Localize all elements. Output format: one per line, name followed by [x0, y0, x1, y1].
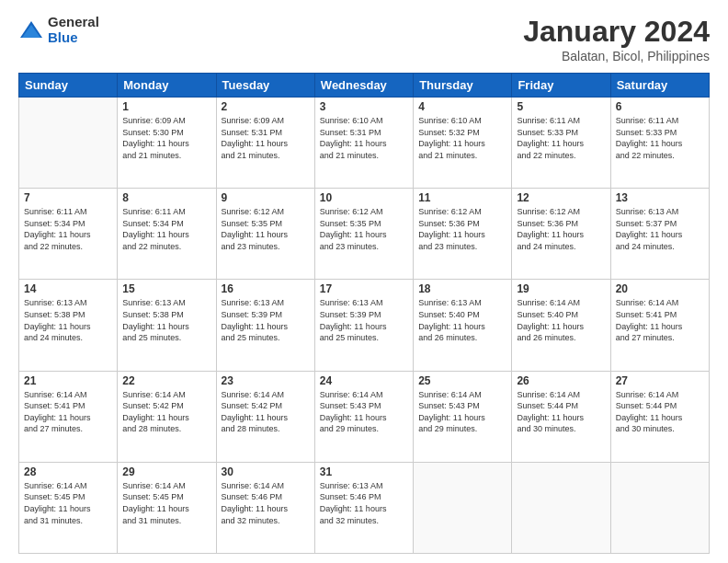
- day-number: 24: [320, 374, 408, 387]
- calendar-day-header-tuesday: Tuesday: [216, 74, 314, 98]
- calendar-cell: 4Sunrise: 6:10 AM Sunset: 5:32 PM Daylig…: [414, 98, 512, 189]
- day-info: Sunrise: 6:11 AM Sunset: 5:33 PM Dayligh…: [517, 115, 605, 161]
- calendar-header-row: SundayMondayTuesdayWednesdayThursdayFrid…: [19, 74, 710, 98]
- day-info: Sunrise: 6:12 AM Sunset: 5:35 PM Dayligh…: [320, 206, 408, 252]
- calendar-cell: 12Sunrise: 6:12 AM Sunset: 5:36 PM Dayli…: [512, 189, 610, 280]
- day-info: Sunrise: 6:10 AM Sunset: 5:32 PM Dayligh…: [418, 115, 506, 161]
- calendar-cell: 30Sunrise: 6:14 AM Sunset: 5:46 PM Dayli…: [216, 462, 314, 553]
- day-info: Sunrise: 6:14 AM Sunset: 5:42 PM Dayligh…: [122, 389, 210, 435]
- calendar-cell: [19, 98, 118, 189]
- day-info: Sunrise: 6:09 AM Sunset: 5:31 PM Dayligh…: [222, 115, 310, 161]
- calendar-cell: [414, 462, 512, 553]
- day-info: Sunrise: 6:14 AM Sunset: 5:43 PM Dayligh…: [418, 389, 506, 435]
- day-info: Sunrise: 6:14 AM Sunset: 5:45 PM Dayligh…: [24, 480, 112, 526]
- calendar-cell: 10Sunrise: 6:12 AM Sunset: 5:35 PM Dayli…: [314, 189, 413, 280]
- calendar-table: SundayMondayTuesdayWednesdayThursdayFrid…: [18, 73, 710, 554]
- logo: General Blue: [18, 15, 99, 45]
- calendar-cell: 8Sunrise: 6:11 AM Sunset: 5:34 PM Daylig…: [118, 189, 216, 280]
- day-number: 29: [122, 465, 210, 478]
- day-info: Sunrise: 6:14 AM Sunset: 5:41 PM Dayligh…: [24, 389, 112, 435]
- day-number: 3: [320, 100, 408, 113]
- subtitle: Balatan, Bicol, Philippines: [523, 49, 710, 63]
- calendar-cell: 9Sunrise: 6:12 AM Sunset: 5:35 PM Daylig…: [216, 189, 314, 280]
- day-number: 5: [517, 100, 605, 113]
- day-number: 13: [616, 191, 704, 204]
- day-info: Sunrise: 6:12 AM Sunset: 5:35 PM Dayligh…: [222, 206, 310, 252]
- day-info: Sunrise: 6:13 AM Sunset: 5:38 PM Dayligh…: [24, 297, 112, 343]
- calendar-cell: 7Sunrise: 6:11 AM Sunset: 5:34 PM Daylig…: [19, 189, 118, 280]
- day-number: 9: [222, 191, 310, 204]
- calendar-day-header-friday: Friday: [512, 74, 610, 98]
- calendar-day-header-wednesday: Wednesday: [314, 74, 413, 98]
- day-info: Sunrise: 6:09 AM Sunset: 5:30 PM Dayligh…: [122, 115, 210, 161]
- calendar-day-header-thursday: Thursday: [414, 74, 512, 98]
- day-number: 23: [222, 374, 310, 387]
- day-info: Sunrise: 6:10 AM Sunset: 5:31 PM Dayligh…: [320, 115, 408, 161]
- day-number: 17: [320, 282, 408, 295]
- day-number: 18: [418, 282, 506, 295]
- day-info: Sunrise: 6:13 AM Sunset: 5:38 PM Dayligh…: [122, 297, 210, 343]
- calendar-cell: 17Sunrise: 6:13 AM Sunset: 5:39 PM Dayli…: [314, 280, 413, 371]
- day-info: Sunrise: 6:12 AM Sunset: 5:36 PM Dayligh…: [517, 206, 605, 252]
- day-number: 20: [616, 282, 704, 295]
- calendar-cell: 18Sunrise: 6:13 AM Sunset: 5:40 PM Dayli…: [414, 280, 512, 371]
- calendar-cell: 24Sunrise: 6:14 AM Sunset: 5:43 PM Dayli…: [314, 371, 413, 462]
- calendar-cell: 31Sunrise: 6:13 AM Sunset: 5:46 PM Dayli…: [314, 462, 413, 553]
- day-number: 31: [320, 465, 408, 478]
- calendar-cell: [610, 462, 709, 553]
- calendar-day-header-monday: Monday: [118, 74, 216, 98]
- day-number: 15: [122, 282, 210, 295]
- day-number: 30: [222, 465, 310, 478]
- day-number: 10: [320, 191, 408, 204]
- day-number: 21: [24, 374, 112, 387]
- day-info: Sunrise: 6:13 AM Sunset: 5:46 PM Dayligh…: [320, 480, 408, 526]
- day-info: Sunrise: 6:11 AM Sunset: 5:34 PM Dayligh…: [24, 206, 112, 252]
- title-block: January 2024 Balatan, Bicol, Philippines: [523, 15, 710, 63]
- calendar-week-row: 1Sunrise: 6:09 AM Sunset: 5:30 PM Daylig…: [19, 98, 710, 189]
- day-number: 2: [222, 100, 310, 113]
- calendar-cell: 3Sunrise: 6:10 AM Sunset: 5:31 PM Daylig…: [314, 98, 413, 189]
- calendar-week-row: 28Sunrise: 6:14 AM Sunset: 5:45 PM Dayli…: [19, 462, 710, 553]
- calendar-cell: 5Sunrise: 6:11 AM Sunset: 5:33 PM Daylig…: [512, 98, 610, 189]
- calendar-cell: 23Sunrise: 6:14 AM Sunset: 5:42 PM Dayli…: [216, 371, 314, 462]
- logo-blue: Blue: [48, 30, 99, 46]
- day-info: Sunrise: 6:14 AM Sunset: 5:44 PM Dayligh…: [616, 389, 704, 435]
- day-number: 27: [616, 374, 704, 387]
- calendar-cell: 25Sunrise: 6:14 AM Sunset: 5:43 PM Dayli…: [414, 371, 512, 462]
- calendar-day-header-saturday: Saturday: [610, 74, 709, 98]
- day-number: 19: [517, 282, 605, 295]
- calendar-cell: 20Sunrise: 6:14 AM Sunset: 5:41 PM Dayli…: [610, 280, 709, 371]
- calendar-cell: 16Sunrise: 6:13 AM Sunset: 5:39 PM Dayli…: [216, 280, 314, 371]
- calendar-cell: 27Sunrise: 6:14 AM Sunset: 5:44 PM Dayli…: [610, 371, 709, 462]
- logo-icon: [18, 17, 44, 43]
- calendar-cell: 13Sunrise: 6:13 AM Sunset: 5:37 PM Dayli…: [610, 189, 709, 280]
- calendar-cell: 19Sunrise: 6:14 AM Sunset: 5:40 PM Dayli…: [512, 280, 610, 371]
- calendar-cell: 15Sunrise: 6:13 AM Sunset: 5:38 PM Dayli…: [118, 280, 216, 371]
- day-info: Sunrise: 6:14 AM Sunset: 5:40 PM Dayligh…: [517, 297, 605, 343]
- calendar-cell: 26Sunrise: 6:14 AM Sunset: 5:44 PM Dayli…: [512, 371, 610, 462]
- calendar-cell: 29Sunrise: 6:14 AM Sunset: 5:45 PM Dayli…: [118, 462, 216, 553]
- calendar-cell: 6Sunrise: 6:11 AM Sunset: 5:33 PM Daylig…: [610, 98, 709, 189]
- day-number: 1: [122, 100, 210, 113]
- day-info: Sunrise: 6:12 AM Sunset: 5:36 PM Dayligh…: [418, 206, 506, 252]
- day-number: 8: [122, 191, 210, 204]
- logo-general: General: [48, 15, 99, 30]
- calendar-cell: 28Sunrise: 6:14 AM Sunset: 5:45 PM Dayli…: [19, 462, 118, 553]
- calendar-day-header-sunday: Sunday: [19, 74, 118, 98]
- day-info: Sunrise: 6:13 AM Sunset: 5:39 PM Dayligh…: [320, 297, 408, 343]
- calendar-week-row: 7Sunrise: 6:11 AM Sunset: 5:34 PM Daylig…: [19, 189, 710, 280]
- calendar-cell: 21Sunrise: 6:14 AM Sunset: 5:41 PM Dayli…: [19, 371, 118, 462]
- day-info: Sunrise: 6:11 AM Sunset: 5:33 PM Dayligh…: [616, 115, 704, 161]
- day-number: 26: [517, 374, 605, 387]
- day-number: 6: [616, 100, 704, 113]
- day-number: 12: [517, 191, 605, 204]
- calendar-week-row: 21Sunrise: 6:14 AM Sunset: 5:41 PM Dayli…: [19, 371, 710, 462]
- main-title: January 2024: [523, 15, 710, 49]
- day-number: 22: [122, 374, 210, 387]
- day-info: Sunrise: 6:14 AM Sunset: 5:44 PM Dayligh…: [517, 389, 605, 435]
- day-number: 7: [24, 191, 112, 204]
- day-number: 25: [418, 374, 506, 387]
- day-info: Sunrise: 6:13 AM Sunset: 5:40 PM Dayligh…: [418, 297, 506, 343]
- calendar-cell: 1Sunrise: 6:09 AM Sunset: 5:30 PM Daylig…: [118, 98, 216, 189]
- day-info: Sunrise: 6:14 AM Sunset: 5:43 PM Dayligh…: [320, 389, 408, 435]
